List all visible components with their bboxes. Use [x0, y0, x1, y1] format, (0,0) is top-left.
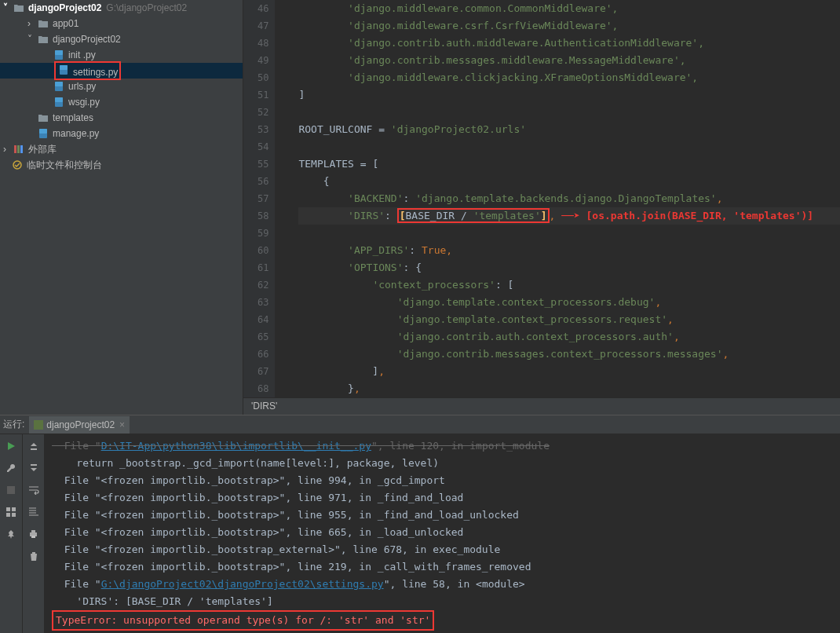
svg-rect-11 — [17, 145, 20, 153]
code-text: 'django.middleware.common.CommonMiddlewa… — [323, 2, 619, 14]
line-number: 50 — [257, 69, 268, 86]
stop-button[interactable] — [4, 483, 18, 497]
scroll-up-button[interactable] — [27, 439, 41, 453]
tree-item[interactable]: urls.py — [0, 79, 243, 94]
highlighted-file: settings.py — [54, 61, 121, 80]
highlighted-error: TypeError: unsupported operand type(s) f… — [52, 610, 434, 631]
temp-label: 临时文件和控制台 — [27, 159, 102, 172]
svg-rect-22 — [31, 536, 35, 538]
code-text — [298, 192, 348, 204]
line-number: 60 — [257, 242, 268, 259]
console-line: File "<frozen importlib._bootstrap>", li… — [52, 489, 832, 507]
line-number: 46 — [257, 0, 268, 17]
tree-item[interactable]: manage.py — [0, 126, 243, 141]
code-text: 'django.middleware.clickjacking.XFrameOp… — [323, 71, 698, 83]
tree-label: wsgi.py — [68, 97, 100, 108]
code-text: 'django.contrib.messages.middleware.Mess… — [323, 54, 686, 66]
tree-item[interactable]: ›app01 — [0, 16, 243, 31]
current-line: 'DIRS': [BASE_DIR / 'templates'], ──➤ [o… — [298, 207, 840, 225]
code-text: 'APP_DIRS' — [348, 244, 409, 256]
code-text: ] — [298, 89, 305, 101]
line-number: 57 — [257, 190, 268, 207]
code-content[interactable]: 'django.middleware.common.CommonMiddlewa… — [275, 0, 840, 397]
svg-rect-16 — [6, 507, 10, 511]
tree-label: urls.py — [68, 81, 96, 92]
tree-label: templates — [53, 112, 93, 123]
tree-label: manage.py — [53, 128, 99, 139]
tree-label: djangoProject02 — [53, 34, 121, 45]
tree-item[interactable]: settings.py — [0, 63, 243, 79]
breadcrumb-text: 'DIRS' — [251, 401, 277, 412]
file-link[interactable]: D:\IT-App\python38\lib\importlib\__init_… — [101, 440, 371, 452]
chevron-icon: ˅ — [27, 34, 35, 45]
file-link[interactable]: G:\djangoProject02\djangoProject02\setti… — [101, 578, 384, 590]
line-gutter: 4647484950515253545556575859606162636465… — [243, 0, 275, 397]
run-tab[interactable]: djangoProject02 × — [29, 416, 130, 434]
external-libraries[interactable]: › 外部库 — [0, 141, 243, 157]
line-number: 65 — [257, 328, 268, 346]
breadcrumb[interactable]: 'DIRS' — [243, 397, 840, 415]
code-text: ROOT_URLCONF = — [298, 123, 390, 135]
code-text: 'OPTIONS' — [348, 262, 403, 273]
svg-rect-14 — [34, 420, 43, 430]
code-text: 'DIRS' — [348, 210, 385, 221]
folder-icon — [37, 112, 49, 124]
line-number: 51 — [257, 86, 268, 104]
svg-rect-21 — [31, 530, 35, 532]
code-text: ] — [298, 365, 378, 377]
console-line: File "<frozen importlib._bootstrap>", li… — [52, 472, 832, 489]
scroll-end-button[interactable] — [27, 505, 41, 519]
svg-rect-12 — [20, 145, 23, 153]
code-text: TEMPLATES = [ — [298, 158, 378, 170]
library-icon — [13, 143, 25, 156]
tree-item[interactable]: ˅djangoProject02 — [0, 31, 243, 47]
scratches[interactable]: 临时文件和控制台 — [0, 157, 243, 173]
scroll-down-button[interactable] — [27, 461, 41, 475]
trash-button[interactable] — [27, 549, 41, 563]
code-text: 'djangoProject02.urls' — [391, 123, 526, 135]
run-tab-bar: 运行: djangoProject02 × — [0, 415, 840, 434]
code-text: } — [298, 382, 353, 394]
python-file-icon — [37, 127, 49, 140]
line-number: 55 — [257, 156, 268, 173]
folder-icon — [37, 33, 49, 46]
wrench-button[interactable] — [4, 461, 18, 475]
line-number: 54 — [257, 138, 268, 156]
tree-item[interactable]: wsgi.py — [0, 94, 243, 110]
line-number: 61 — [257, 259, 268, 276]
tree-item[interactable]: init .py — [0, 47, 243, 63]
code-text: 'django.contrib.auth.context_processors.… — [397, 331, 674, 342]
run-toolbar-column1 — [0, 434, 22, 633]
python-file-icon — [53, 80, 65, 93]
close-icon[interactable]: × — [119, 419, 125, 430]
line-number: 47 — [257, 17, 268, 35]
chevron-icon: › — [27, 18, 35, 29]
line-number: 52 — [257, 104, 268, 121]
code-editor[interactable]: 4647484950515253545556575859606162636465… — [243, 0, 840, 415]
line-number: 67 — [257, 363, 268, 380]
console-line: File "<frozen importlib._bootstrap>", li… — [52, 524, 832, 541]
pin-button[interactable] — [4, 527, 18, 541]
console-error-line: TypeError: unsupported operand type(s) f… — [52, 610, 832, 631]
console-line: File "<frozen importlib._bootstrap_exter… — [52, 541, 832, 558]
code-text: True — [422, 244, 446, 256]
rerun-button[interactable] — [4, 439, 18, 453]
svg-rect-17 — [12, 507, 16, 511]
layout-button[interactable] — [4, 505, 18, 519]
soft-wrap-button[interactable] — [27, 483, 41, 497]
root-path: G:\djangoProject02 — [106, 2, 187, 13]
project-tree: ˅ djangoProject02 G:\djangoProject02 ›ap… — [0, 0, 243, 415]
tree-label: init .py — [68, 49, 96, 60]
tree-label: app01 — [53, 18, 79, 29]
line-number: 49 — [257, 52, 268, 69]
code-annotation: [os.path.join(BASE_DIR, 'templates')] — [586, 210, 814, 221]
line-number: 62 — [257, 276, 268, 294]
print-button[interactable] — [27, 527, 41, 541]
console-output[interactable]: File "D:\IT-App\python38\lib\importlib\_… — [44, 434, 840, 633]
tree-item[interactable]: templates — [0, 110, 243, 126]
svg-rect-7 — [55, 97, 63, 102]
tree-root[interactable]: ˅ djangoProject02 G:\djangoProject02 — [0, 0, 243, 16]
run-tab-label: djangoProject02 — [46, 419, 115, 430]
console-line: File "<frozen importlib._bootstrap>", li… — [52, 507, 832, 524]
svg-rect-3 — [60, 65, 68, 70]
